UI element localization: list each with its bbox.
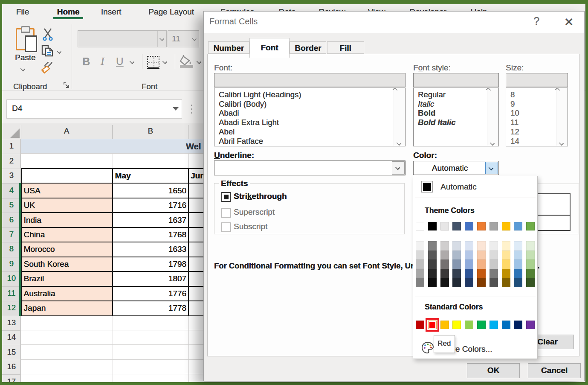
theme-color-swatch[interactable] [465, 222, 473, 230]
cell-title-row[interactable]: Wel [21, 139, 204, 154]
standard-color-swatch[interactable] [440, 321, 449, 329]
list-item[interactable]: Bold [418, 108, 435, 118]
theme-variant-swatch[interactable] [514, 241, 522, 251]
theme-variant-swatch[interactable] [502, 251, 510, 260]
theme-variant-swatch[interactable] [490, 278, 498, 287]
theme-variant-swatch[interactable] [452, 241, 461, 251]
theme-variant-swatch[interactable] [514, 269, 522, 278]
theme-variant-swatch[interactable] [416, 251, 424, 260]
cell-value[interactable]: 1650 [113, 183, 189, 198]
theme-variant-swatch[interactable] [416, 278, 424, 287]
strikethrough-checkbox[interactable] [221, 192, 231, 202]
theme-variant-swatch[interactable] [477, 278, 486, 287]
theme-variant-swatch[interactable] [477, 241, 486, 251]
theme-variant-swatch[interactable] [490, 269, 498, 278]
cell-country[interactable]: China [21, 228, 113, 242]
list-item[interactable]: 12 [510, 127, 519, 137]
row-header-3[interactable]: 3 [2, 169, 21, 183]
superscript-checkbox[interactable] [221, 208, 231, 218]
font-input[interactable] [214, 73, 406, 87]
name-box[interactable]: D4 [6, 99, 182, 119]
cancel-button[interactable]: Cancel [528, 363, 581, 378]
theme-variant-swatch[interactable] [514, 260, 522, 269]
theme-variant-swatch[interactable] [416, 269, 424, 278]
row-header-13[interactable]: 13 [2, 316, 21, 330]
copy-dropdown-chevron-icon[interactable] [57, 50, 61, 53]
font-list[interactable]: Calibri Light (Headings)Calibri (Body)Ab… [214, 88, 406, 146]
underline-dropdown-button[interactable] [392, 161, 405, 175]
font-list-scrollbar[interactable] [394, 88, 405, 146]
automatic-color-swatch[interactable] [421, 181, 433, 192]
row-header-11[interactable]: 11 [2, 286, 21, 301]
cell-country[interactable]: Morocco [21, 242, 113, 257]
dialog-tab-font[interactable]: Font [249, 38, 290, 58]
cell-country[interactable]: India [21, 213, 113, 227]
row-header-7[interactable]: 7 [2, 228, 21, 242]
theme-variant-swatch[interactable] [452, 278, 461, 287]
row-header-9[interactable]: 9 [2, 257, 21, 271]
cell-country[interactable]: Brazil [21, 271, 113, 286]
theme-variant-swatch[interactable] [526, 241, 535, 251]
theme-variant-swatch[interactable] [440, 269, 449, 278]
menu-tab-home[interactable]: Home [53, 6, 83, 18]
standard-color-swatch[interactable] [502, 321, 510, 329]
cell-value[interactable]: 1637 [113, 213, 189, 227]
cell-value[interactable]: 1768 [113, 228, 189, 242]
clipboard-dialog-launcher-icon[interactable] [64, 82, 70, 88]
menu-tab-insert[interactable]: Insert [98, 6, 124, 18]
cell-value[interactable]: 1798 [113, 257, 189, 271]
dialog-titlebar[interactable]: Format Cells ? ✕ [204, 12, 584, 33]
theme-variant-swatch[interactable] [477, 260, 486, 269]
theme-variant-swatch[interactable] [428, 269, 437, 278]
row-header-1[interactable]: 1 [2, 139, 21, 154]
theme-color-swatch[interactable] [428, 222, 437, 230]
font-size-combobox[interactable]: 11 [168, 30, 199, 47]
standard-color-swatch[interactable] [514, 321, 522, 329]
theme-variant-swatch[interactable] [452, 269, 461, 278]
paste-button[interactable]: Paste [15, 53, 36, 62]
theme-variant-swatch[interactable] [526, 278, 535, 287]
theme-variant-swatch[interactable] [452, 251, 461, 260]
standard-color-swatch[interactable] [490, 321, 498, 329]
cell-value[interactable]: 1716 [113, 198, 189, 213]
standard-color-swatch[interactable] [477, 321, 486, 329]
standard-color-swatch[interactable] [526, 321, 535, 329]
fill-color-chevron-icon[interactable] [197, 60, 201, 64]
underline-chevron-icon[interactable] [130, 60, 134, 64]
theme-color-swatch[interactable] [514, 222, 522, 230]
list-item[interactable]: Abadi [219, 108, 239, 118]
menu-tab-file[interactable]: File [15, 6, 30, 18]
underline-button[interactable]: U [116, 55, 125, 67]
theme-color-swatch[interactable] [416, 222, 424, 230]
color-dropdown-button[interactable] [485, 162, 498, 174]
theme-variant-swatch[interactable] [526, 251, 535, 260]
list-item[interactable]: Calibri Light (Headings) [219, 90, 301, 99]
dialog-close-icon[interactable]: ✕ [562, 15, 576, 29]
standard-color-swatch[interactable] [452, 321, 461, 329]
row-header-12[interactable]: 12 [2, 301, 21, 315]
theme-variant-swatch[interactable] [502, 278, 510, 287]
row-header-10[interactable]: 10 [2, 271, 21, 286]
dialog-tab-number[interactable]: Number [208, 41, 249, 54]
list-item[interactable]: Abril Fatface [219, 137, 263, 146]
theme-variant-swatch[interactable] [465, 241, 473, 251]
standard-color-swatch[interactable] [416, 321, 424, 329]
column-header-A[interactable]: A [21, 123, 113, 139]
theme-variant-swatch[interactable] [526, 260, 535, 269]
paste-icon[interactable] [16, 28, 35, 50]
cell-value[interactable]: 1778 [113, 301, 189, 315]
theme-variant-swatch[interactable] [465, 278, 473, 287]
cell-country[interactable]: USA [21, 183, 113, 198]
bold-button[interactable]: B [82, 55, 92, 67]
size-input[interactable] [506, 73, 568, 87]
font-size-chevron-icon[interactable] [192, 37, 196, 41]
list-item[interactable]: Abel [219, 127, 235, 137]
theme-variant-swatch[interactable] [502, 241, 510, 251]
font-style-scrollbar[interactable] [487, 88, 498, 146]
row-header-6[interactable]: 6 [2, 213, 21, 227]
column-header-B[interactable]: B [113, 123, 189, 139]
standard-color-swatch[interactable] [428, 321, 437, 329]
theme-variant-swatch[interactable] [428, 260, 437, 269]
subscript-checkbox[interactable] [221, 222, 231, 232]
italic-button[interactable]: I [101, 55, 107, 67]
